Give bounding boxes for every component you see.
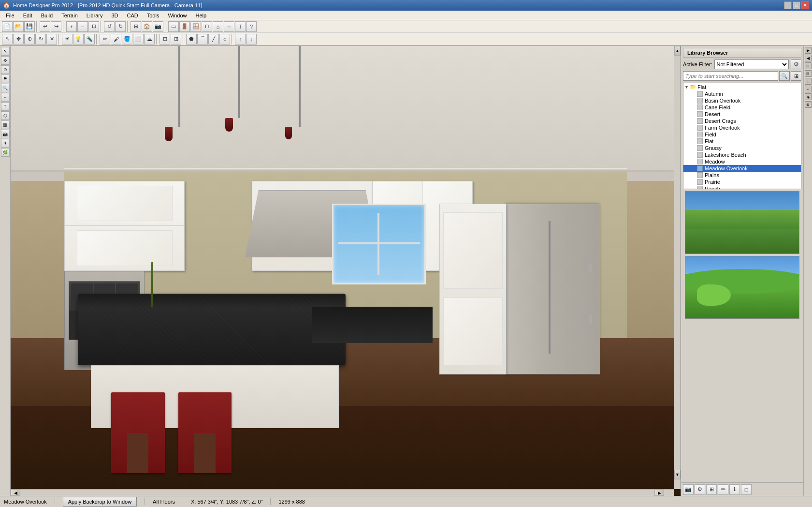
- far-btn-6[interactable]: ↔: [805, 86, 812, 92]
- far-btn-4[interactable]: ⊟: [805, 70, 812, 77]
- paint-button[interactable]: 🖌: [111, 34, 121, 45]
- list-item-cane-field[interactable]: Cane Field: [683, 104, 801, 111]
- walk-tool[interactable]: ⚑: [1, 75, 10, 83]
- list-item[interactable]: Field: [683, 131, 801, 138]
- draw-button[interactable]: ✏: [100, 34, 110, 45]
- stair-button[interactable]: ⊓: [202, 21, 212, 32]
- menu-3d[interactable]: 3D: [107, 12, 122, 19]
- menu-library[interactable]: Library: [83, 12, 107, 19]
- down-arrow-button[interactable]: ↓: [246, 34, 257, 45]
- close-button[interactable]: ✕: [801, 1, 809, 9]
- menu-cad[interactable]: CAD: [123, 12, 142, 19]
- menu-terrain[interactable]: Terrain: [58, 12, 82, 19]
- zoom-fit-button[interactable]: ⊡: [88, 21, 99, 32]
- light-tool[interactable]: ☀: [1, 139, 10, 148]
- far-btn-7[interactable]: ◈: [805, 93, 812, 100]
- elevation-button[interactable]: ⊞: [171, 34, 181, 45]
- arch-button[interactable]: ⌒: [197, 34, 208, 45]
- plant-tool[interactable]: 🌿: [1, 148, 10, 157]
- far-btn-1[interactable]: ▶: [805, 47, 812, 54]
- rotate-left-button[interactable]: ↺: [104, 21, 115, 32]
- redo-button[interactable]: ↪: [51, 21, 61, 32]
- maximize-button[interactable]: □: [793, 1, 800, 9]
- dimension-button[interactable]: ↔: [224, 21, 234, 32]
- viewport[interactable]: ▲ ▼ ◀ ▶: [11, 46, 681, 496]
- move-tool[interactable]: ✥: [1, 56, 10, 65]
- lamp-button[interactable]: 🔦: [84, 34, 95, 45]
- panel-edit-btn[interactable]: ✏: [718, 484, 728, 495]
- move-button[interactable]: ✥: [13, 34, 24, 45]
- light-button[interactable]: 💡: [73, 34, 84, 45]
- zoom-window-tool[interactable]: 🔍: [1, 84, 10, 92]
- list-item[interactable]: Meadow: [683, 158, 801, 165]
- camera-button[interactable]: 📷: [153, 21, 163, 32]
- list-item[interactable]: Autumn: [683, 90, 801, 97]
- panel-grid-btn[interactable]: ⊞: [706, 484, 717, 495]
- menu-build[interactable]: Build: [37, 12, 57, 19]
- list-item-meadow-overlook[interactable]: Meadow Overlook: [683, 165, 801, 172]
- preview-image-2[interactable]: [685, 256, 799, 319]
- panel-info-btn[interactable]: ℹ: [729, 484, 740, 495]
- zoom-in-button[interactable]: +: [66, 21, 77, 32]
- menu-file[interactable]: File: [2, 12, 18, 19]
- panel-settings-btn[interactable]: ⚙: [695, 484, 705, 495]
- list-item[interactable]: Plains: [683, 172, 801, 179]
- menu-edit[interactable]: Edit: [19, 12, 36, 19]
- panel-camera-btn[interactable]: 📷: [683, 484, 694, 495]
- far-btn-2[interactable]: ◀: [805, 55, 812, 61]
- floor-plan-button[interactable]: ⊞: [130, 21, 141, 32]
- list-item[interactable]: Prairie: [683, 179, 801, 185]
- copy-button[interactable]: ⊕: [24, 34, 35, 45]
- panel-object-btn[interactable]: □: [741, 484, 752, 495]
- select-tool[interactable]: ↖: [1, 47, 10, 56]
- list-item[interactable]: Farm Overlook: [683, 124, 801, 131]
- 3d-view-button[interactable]: 🏠: [142, 21, 152, 32]
- delete-button[interactable]: ✕: [46, 34, 57, 45]
- search-advanced-button[interactable]: ⊞: [791, 71, 801, 81]
- orbit-tool[interactable]: ⊙: [1, 65, 10, 74]
- filter-select[interactable]: Not Filtered: [714, 60, 789, 69]
- list-item[interactable]: Ranch: [683, 185, 801, 189]
- list-item[interactable]: Desert Crags: [683, 118, 801, 124]
- save-button[interactable]: 💾: [24, 21, 35, 32]
- tree-root-flat[interactable]: ▼ 📁 Flat: [683, 83, 801, 90]
- menu-tools[interactable]: Tools: [143, 12, 163, 19]
- fill-button[interactable]: 🪣: [122, 34, 132, 45]
- far-btn-3[interactable]: ⊕: [805, 62, 812, 69]
- window-button[interactable]: 🪟: [190, 21, 201, 32]
- far-btn-8[interactable]: ⊗: [805, 101, 812, 108]
- open-button[interactable]: 📂: [13, 21, 24, 32]
- dimension-tool[interactable]: ↔: [1, 93, 10, 102]
- list-item[interactable]: Grassy: [683, 145, 801, 151]
- camera-tool[interactable]: 📷: [1, 130, 10, 138]
- new-button[interactable]: 📄: [2, 21, 13, 32]
- list-item[interactable]: Desert: [683, 111, 801, 118]
- list-item[interactable]: Flat: [683, 138, 801, 145]
- list-item[interactable]: Lakeshore Beach: [683, 151, 801, 158]
- terrain-button[interactable]: ⛰: [144, 34, 155, 45]
- minimize-button[interactable]: _: [784, 1, 792, 9]
- undo-button[interactable]: ↩: [40, 21, 50, 32]
- symbol-tool[interactable]: ⬡: [1, 111, 10, 120]
- menu-help[interactable]: Help: [192, 12, 211, 19]
- eraser-button[interactable]: ⬜: [133, 34, 144, 45]
- circle-button[interactable]: ○: [219, 34, 230, 45]
- symbol-button[interactable]: ⬟: [186, 34, 197, 45]
- up-arrow-button[interactable]: ↑: [235, 34, 246, 45]
- apply-backdrop-button[interactable]: Apply Backdrop to Window: [63, 497, 137, 507]
- material-tool[interactable]: ▩: [1, 120, 10, 129]
- search-button[interactable]: 🔍: [779, 71, 790, 81]
- roof-button[interactable]: ⌂: [213, 21, 223, 32]
- text-button[interactable]: T: [235, 21, 246, 32]
- preview-image-1[interactable]: [685, 191, 799, 254]
- menu-window[interactable]: Window: [164, 12, 190, 19]
- list-item[interactable]: Basin Overlook: [683, 97, 801, 104]
- section-button[interactable]: ⊟: [160, 34, 170, 45]
- door-button[interactable]: 🚪: [179, 21, 190, 32]
- filter-options-button[interactable]: ⚙: [791, 60, 801, 69]
- search-input[interactable]: [683, 71, 778, 81]
- rotate-right-button[interactable]: ↻: [115, 21, 126, 32]
- wall-button[interactable]: ▭: [168, 21, 179, 32]
- zoom-out-button[interactable]: −: [77, 21, 88, 32]
- rotate-button[interactable]: ↻: [35, 34, 46, 45]
